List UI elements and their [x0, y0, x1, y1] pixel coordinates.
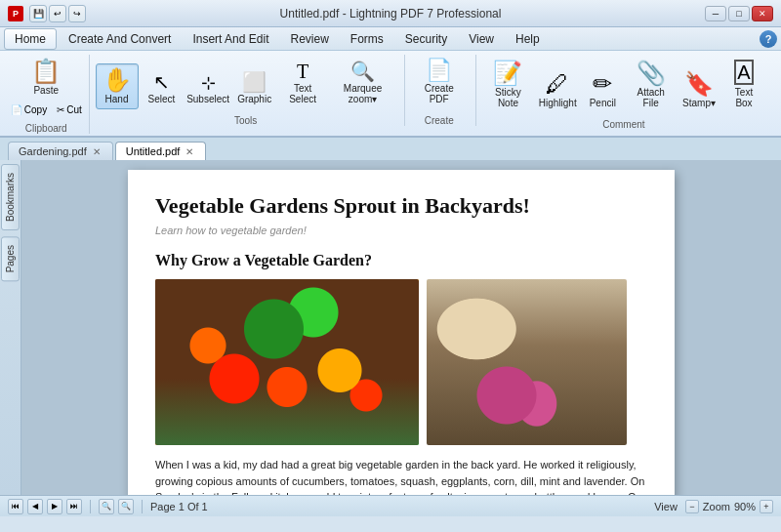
create-label: Create: [425, 115, 454, 126]
menu-help[interactable]: Help: [506, 29, 550, 49]
sticky-note-button[interactable]: 📝 Sticky Note: [482, 57, 534, 113]
title-bar: P 💾 ↩ ↪ Untitled.pdf - Lightning PDF 7 P…: [0, 0, 781, 27]
graphic-tool-button[interactable]: ⬜ Graphic: [233, 67, 276, 109]
copy-button[interactable]: 📄 Copy: [7, 102, 51, 117]
zoom-control: − Zoom 90% +: [685, 500, 773, 513]
attach-file-label: Attach File: [633, 87, 669, 108]
zoom-increase-button[interactable]: +: [760, 500, 773, 513]
attach-file-button[interactable]: 📎 Attach File: [626, 57, 676, 113]
minimize-button[interactable]: ─: [705, 6, 726, 21]
main-area: Bookmarks Pages Vegetable Gardens Sprout…: [0, 160, 781, 495]
text-select-label: Text Select: [285, 83, 321, 104]
pencil-button[interactable]: ✏ Pencil: [581, 67, 624, 113]
close-button[interactable]: ✕: [752, 6, 773, 21]
pages-tab[interactable]: Pages: [1, 236, 20, 281]
status-right: View − Zoom 90% +: [654, 500, 773, 513]
stamp-button[interactable]: 🔖 Stamp▾: [678, 67, 720, 113]
menu-forms[interactable]: Forms: [341, 29, 393, 49]
tab-untitled[interactable]: Untitled.pdf ✕: [115, 142, 207, 160]
pencil-label: Pencil: [590, 98, 616, 108]
zoom-decrease-button[interactable]: −: [685, 500, 699, 513]
zoom-value: 90%: [734, 501, 756, 512]
comment-buttons: 📝 Sticky Note 🖊 Highlight ✏ Pencil 📎 Att…: [482, 55, 765, 117]
hand-label: Hand: [105, 94, 129, 104]
menu-review[interactable]: Review: [280, 29, 338, 49]
clipboard-label: Clipboard: [25, 123, 67, 134]
text-box-label: Text Box: [729, 87, 759, 108]
marquee-zoom-button[interactable]: 🔍 Marquee zoom▾: [330, 57, 396, 109]
copy-label: Copy: [24, 104, 47, 115]
select-label: Select: [148, 94, 176, 104]
tab-gardening[interactable]: Gardening.pdf ✕: [8, 142, 113, 160]
zoom-label: Zoom: [703, 501, 730, 512]
images-row: [155, 279, 647, 445]
window-title: Untitled.pdf - Lightning PDF 7 Professio…: [280, 7, 502, 20]
highlight-button[interactable]: 🖊 Highlight: [536, 67, 579, 113]
title-bar-left: P 💾 ↩ ↪: [8, 5, 86, 22]
stamp-label: Stamp▾: [682, 98, 716, 108]
create-pdf-label: Create PDF: [418, 83, 461, 104]
menu-insert-edit[interactable]: Insert And Edit: [183, 29, 278, 49]
create-pdf-button[interactable]: 📄 Create PDF: [411, 55, 468, 109]
prev-page-button[interactable]: ◀: [27, 499, 43, 514]
attach-file-icon: 📎: [637, 61, 666, 85]
ribbon-group-comment: 📝 Sticky Note 🖊 Highlight ✏ Pencil 📎 Att…: [478, 55, 773, 130]
pencil-icon: ✏: [593, 72, 612, 96]
redo-btn[interactable]: ↪: [68, 5, 86, 22]
quick-access-toolbar: 💾 ↩ ↪: [29, 5, 86, 22]
highlight-icon: 🖊: [546, 72, 569, 96]
last-page-button[interactable]: ⏭: [66, 499, 82, 514]
create-pdf-icon: 📄: [426, 60, 452, 81]
maximize-button[interactable]: □: [728, 6, 750, 21]
tab-gardening-close[interactable]: ✕: [91, 145, 103, 157]
page-indicator: Page 1 Of 1: [150, 501, 208, 512]
text-box-icon: A: [734, 60, 753, 85]
text-box-button[interactable]: A Text Box: [722, 55, 765, 113]
highlight-label: Highlight: [539, 98, 577, 108]
view-label: View: [654, 501, 678, 512]
zoom-out-status-btn[interactable]: 🔍: [99, 499, 114, 514]
save-btn[interactable]: 💾: [29, 5, 47, 22]
menu-security[interactable]: Security: [395, 29, 457, 49]
undo-btn[interactable]: ↩: [49, 5, 66, 22]
cut-icon: ✂: [57, 104, 64, 115]
document-title: Vegetable Gardens Sprout in Backyards!: [155, 193, 647, 219]
cut-button[interactable]: ✂ Cut: [53, 102, 86, 117]
right-images-column: [427, 279, 627, 445]
bookmarks-tab[interactable]: Bookmarks: [1, 164, 20, 230]
tab-gardening-label: Gardening.pdf: [19, 145, 87, 157]
next-page-button[interactable]: ▶: [47, 499, 62, 514]
menu-view[interactable]: View: [459, 29, 504, 49]
copy-icon: 📄: [11, 104, 22, 115]
app-icon: P: [8, 6, 23, 21]
window-controls: ─ □ ✕: [705, 6, 773, 21]
menu-bar: Home Create And Convert Insert And Edit …: [0, 27, 781, 51]
create-buttons: 📄 Create PDF: [411, 55, 468, 113]
tab-untitled-close[interactable]: ✕: [184, 145, 195, 157]
hand-tool-button[interactable]: ✋ Hand: [96, 63, 139, 109]
select-tool-button[interactable]: ↖ Select: [141, 67, 184, 109]
cut-copy-buttons: 📄 Copy ✂ Cut: [7, 102, 86, 117]
clipboard-buttons: 📋 Paste 📄 Copy ✂ Cut: [7, 55, 86, 121]
subselect-tool-button[interactable]: ⊹ Subselect: [185, 69, 231, 109]
menu-home[interactable]: Home: [4, 28, 57, 50]
comment-label: Comment: [602, 119, 644, 130]
tools-label: Tools: [234, 115, 257, 126]
planting-image: [427, 279, 627, 445]
paste-button[interactable]: 📋 Paste: [24, 55, 67, 101]
zoom-in-status-btn[interactable]: 🔍: [118, 499, 134, 514]
help-button[interactable]: ?: [760, 30, 777, 48]
subselect-label: Subselect: [186, 94, 229, 104]
document-page: Vegetable Gardens Sprout in Backyards! L…: [128, 170, 675, 495]
menu-create-convert[interactable]: Create And Convert: [59, 29, 181, 49]
text-select-button[interactable]: T Text Select: [278, 57, 328, 109]
tools-buttons: ✋ Hand ↖ Select ⊹ Subselect ⬜ Graphic T …: [96, 55, 396, 113]
ribbon-group-create: 📄 Create PDF Create: [407, 55, 476, 126]
text-select-icon: T: [297, 61, 308, 81]
subselect-icon: ⊹: [201, 74, 216, 92]
document-area: Vegetable Gardens Sprout in Backyards! L…: [21, 160, 781, 495]
paste-label: Paste: [33, 85, 59, 96]
first-page-button[interactable]: ⏮: [8, 499, 23, 514]
ribbon-group-clipboard: 📋 Paste 📄 Copy ✂ Cut Clipboard: [8, 55, 90, 134]
section-title: Why Grow a Vegetable Garden?: [155, 252, 647, 269]
